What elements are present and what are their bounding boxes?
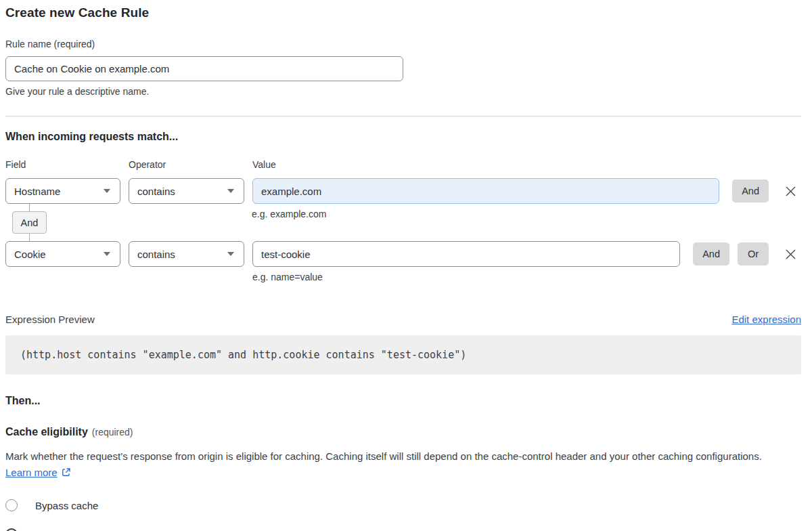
expression-code-block: (http.host contains "example.com" and ht… [5,335,801,375]
field-select-value: Cookie [14,249,46,260]
required-note: (required) [92,427,133,438]
operator-select[interactable]: contains [129,241,244,267]
operator-select-value: contains [137,186,175,197]
value-input[interactable] [252,241,680,267]
connector-and-hint-row: And e.g. example.com [5,204,801,241]
close-icon [785,249,796,260]
and-button[interactable]: And [732,179,769,203]
chevron-down-icon [227,189,234,193]
cache-eligibility-description: Mark whether the request’s response from… [5,448,790,482]
section-divider [5,116,801,116]
cache-eligibility-title: Cache eligibility [5,426,88,438]
or-button[interactable]: Or [738,242,769,266]
rule-name-label: Rule name (required) [5,39,801,49]
value-input[interactable] [252,178,719,204]
chevron-down-icon [104,189,110,193]
edit-expression-link[interactable]: Edit expression [731,314,801,325]
field-select[interactable]: Cookie [5,241,120,267]
cache-eligibility-heading: Cache eligibility(required) [5,426,801,438]
external-link-icon [61,466,71,482]
operator-select[interactable]: contains [129,178,244,204]
connector-and-button[interactable]: And [12,211,47,234]
create-cache-rule-page: Create new Cache Rule Rule name (require… [0,0,812,531]
condition-column-labels: Field Operator Value [5,159,801,170]
field-column-label: Field [5,159,129,170]
field-select-value: Hostname [14,186,60,197]
operator-select-value: contains [137,249,175,260]
radio-label: Bypass cache [35,500,98,511]
page-title: Create new Cache Rule [5,5,801,20]
match-heading: When incoming requests match... [5,131,801,143]
value-hint: e.g. example.com [252,209,327,219]
field-select[interactable]: Hostname [5,178,120,204]
description-text: Mark whether the request’s response from… [5,450,762,462]
expression-preview-label: Expression Preview [5,314,95,325]
connector-column: And [5,204,252,241]
value-hint: e.g. name=value [252,272,801,282]
connector-line-bottom [29,234,30,241]
connector-line-top [29,204,30,211]
remove-condition-button[interactable] [784,247,797,261]
chevron-down-icon [104,252,110,256]
radio-option-eligible-for-cache[interactable]: Eligible for cache [5,528,801,531]
then-heading: Then... [5,395,801,407]
learn-more-link[interactable]: Learn more [5,467,58,478]
condition-row: Cookie contains And Or [5,241,801,267]
radio-label: Eligible for cache [35,529,119,531]
value-column-label: Value [252,159,801,170]
radio-option-bypass-cache[interactable]: Bypass cache [5,499,801,511]
chevron-down-icon [227,252,234,256]
and-button[interactable]: And [693,242,729,266]
operator-column-label: Operator [129,159,252,170]
rule-name-input[interactable] [5,56,403,81]
radio-button-icon[interactable] [5,499,18,511]
condition-row: Hostname contains And [5,178,801,204]
rule-name-helper: Give your rule a descriptive name. [5,86,801,97]
close-icon [785,186,796,197]
expression-preview-header: Expression Preview Edit expression [5,314,801,325]
remove-condition-button[interactable] [784,184,797,198]
radio-button-icon[interactable] [5,528,18,531]
